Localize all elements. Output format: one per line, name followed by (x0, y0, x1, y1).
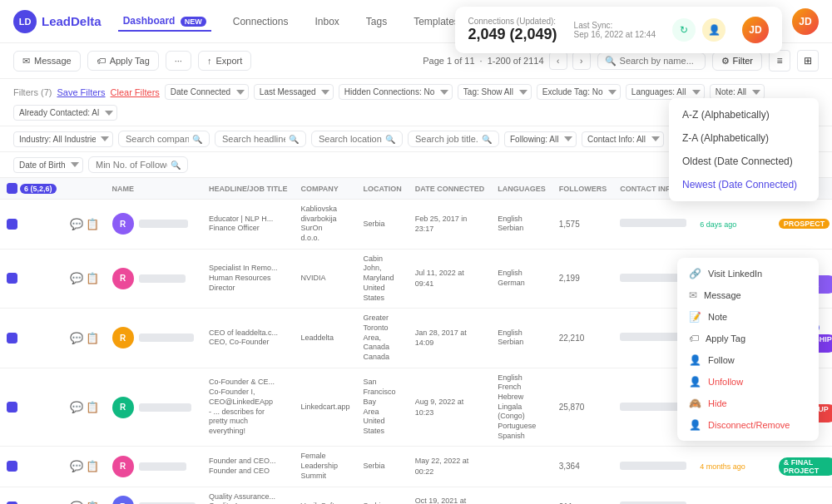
contact-blurred (620, 462, 686, 470)
languages-cell: EnglishFrenchHebrewLingala (Congo)Portug… (491, 368, 552, 447)
col-date[interactable]: DATE CONNECTED (409, 178, 491, 200)
sort-dropdown: A-Z (Alphabetically) Z-A (Alphabetically… (669, 98, 819, 201)
user-avatar[interactable]: JD (792, 8, 819, 35)
industry-filter[interactable]: Industry: All Industries (13, 131, 113, 147)
table-row: 💬 📋 R Educator | NLP H...Finance Officer… (0, 200, 832, 250)
job-title-search-input[interactable] (415, 134, 478, 144)
connections-value: 2,049 (2,049) (468, 26, 557, 43)
tag-filter[interactable]: Tag: Show All (458, 84, 532, 100)
ctx-unfollow[interactable]: 👤 Unfollow (677, 371, 819, 393)
context-menu: 🔗 Visit LinkedIn ✉ Message 📝 Note 🏷 Appl… (677, 258, 819, 441)
languages-cell: EnglishGerman (491, 249, 552, 308)
note-mini-icon[interactable]: 📋 (86, 218, 99, 230)
exclude-tag-filter[interactable]: Exclude Tag: No (537, 84, 621, 100)
col-headline[interactable]: HEADLINE/JOB TITLE (202, 178, 295, 200)
headline-search-input[interactable] (222, 134, 285, 144)
following-filter[interactable]: Following: All (504, 131, 577, 147)
row-checkbox[interactable] (7, 402, 17, 413)
company-cell: Leaddelta (294, 309, 356, 368)
view-toggle-2[interactable]: ⊞ (797, 50, 819, 72)
save-filters-link[interactable]: Save Filters (57, 87, 105, 97)
contact-cell (613, 447, 693, 487)
refresh-icon[interactable]: ↻ (672, 18, 696, 42)
next-page-button[interactable]: › (572, 52, 591, 70)
clear-filters-link[interactable]: Clear Filters (111, 87, 160, 97)
row-checkbox[interactable] (7, 273, 17, 284)
filter-button[interactable]: ⚙ Filter (712, 52, 762, 71)
col-name[interactable]: NAME (106, 178, 202, 200)
comment-icon[interactable]: 💬 (70, 272, 83, 284)
nav-connections[interactable]: Connections (228, 12, 294, 31)
followers-count: 1,575 (559, 220, 580, 229)
col-followers[interactable]: FOLLOWERS (552, 178, 614, 200)
export-button[interactable]: ↑ Export (198, 51, 251, 71)
prev-page-button[interactable]: ‹ (549, 52, 567, 70)
ctx-follow[interactable]: 👤 Follow (677, 349, 819, 371)
location-text: San Francisco BayAreaUnited States (363, 378, 401, 436)
note-mini-icon[interactable]: 📋 (86, 272, 99, 284)
comment-icon[interactable]: 💬 (70, 401, 83, 413)
ctx-apply-tag[interactable]: 🏷 Apply Tag (677, 328, 819, 349)
ctx-visit-linkedin[interactable]: 🔗 Visit LinkedIn (677, 263, 819, 284)
row-checkbox[interactable] (7, 333, 17, 343)
nav-dashboard[interactable]: Dashboard NEW (118, 12, 211, 32)
location-text: Serbia (363, 462, 401, 472)
comment-icon[interactable]: 💬 (70, 332, 83, 344)
col-company[interactable]: COMPANY (294, 178, 356, 200)
sort-za[interactable]: Z-A (Alphabetically) (669, 126, 819, 150)
message-button[interactable]: ✉ Message (13, 51, 81, 72)
headline-text: Quality Assurance...Quality AssuranceSpe… (209, 492, 288, 505)
apply-tag-label: Apply Tag (110, 56, 150, 66)
col-languages[interactable]: LANGUAGES (491, 178, 552, 200)
person-avatar: R (112, 456, 134, 477)
logo-text: LeadDelta (42, 14, 102, 28)
location-text: Greater TorontoArea, CanadaCanada (363, 314, 401, 362)
ctx-note[interactable]: 📝 Note (677, 306, 819, 328)
row-mini-actions: 💬 📋 (63, 200, 106, 250)
select-all-checkbox[interactable] (7, 183, 17, 194)
contact-cell (613, 487, 693, 504)
row-checkbox[interactable] (7, 461, 17, 472)
row-checkbox[interactable] (7, 219, 17, 230)
date-cell: Jul 11, 2022 at09:41 (409, 249, 491, 308)
note-mini-icon[interactable]: 📋 (86, 401, 99, 413)
headline-cell: Educator | NLP H...Finance Officer (202, 200, 295, 250)
ctx-hide[interactable]: 🙈 Hide (677, 393, 819, 414)
company-cell: Kabliovskadivarbokija SurOnd.o.o. (294, 200, 356, 250)
apply-tag-button[interactable]: 🏷 Apply Tag (87, 51, 159, 71)
nav-inbox[interactable]: Inbox (310, 12, 344, 31)
hidden-connections-filter[interactable]: Hidden Connections: No (339, 84, 453, 100)
company-search-input[interactable] (126, 134, 189, 144)
ctx-disconnect[interactable]: 👤 Disconnect/Remove (677, 414, 819, 436)
comment-icon[interactable]: 💬 (70, 501, 83, 504)
last-messaged-filter[interactable]: Last Messaged (254, 84, 334, 100)
note-mini-icon[interactable]: 📋 (86, 332, 99, 344)
sort-az[interactable]: A-Z (Alphabetically) (669, 103, 819, 126)
sort-newest[interactable]: Newest (Date Connected) (669, 173, 819, 196)
sort-oldest[interactable]: Oldest (Date Connected) (669, 150, 819, 173)
card-avatar[interactable]: JD (742, 17, 769, 43)
row-checkbox[interactable] (7, 502, 17, 504)
note-mini-icon[interactable]: 📋 (86, 501, 99, 504)
comment-icon[interactable]: 💬 (70, 460, 83, 472)
ctx-linkedin-label: Visit LinkedIn (708, 269, 762, 279)
search-input[interactable] (620, 56, 698, 66)
col-location[interactable]: LOCATION (356, 178, 408, 200)
note-mini-icon[interactable]: 📋 (86, 460, 99, 472)
comment-icon[interactable]: 💬 (70, 218, 83, 230)
more-button[interactable]: ··· (166, 51, 191, 71)
person-avatar: R (112, 327, 134, 348)
min-followers-input[interactable] (96, 160, 167, 170)
nav-tags[interactable]: Tags (361, 12, 392, 31)
already-contacted-filter[interactable]: Already Contacted: Al (13, 105, 117, 121)
tag-icon: 🏷 (97, 56, 106, 66)
contact-info-filter[interactable]: Contact Info: All (582, 131, 664, 147)
tags-cell: & FINAL PROJECT (771, 447, 832, 487)
logo[interactable]: LD LeadDelta (13, 10, 102, 33)
ctx-message[interactable]: ✉ Message (677, 284, 819, 306)
location-search-input[interactable] (319, 134, 382, 144)
add-person-icon[interactable]: 👤 (702, 18, 726, 42)
date-connected-filter[interactable]: Date Connected (165, 84, 249, 100)
languages-cell (491, 487, 552, 504)
date-of-birth-filter[interactable]: Date of Birth (13, 157, 83, 173)
